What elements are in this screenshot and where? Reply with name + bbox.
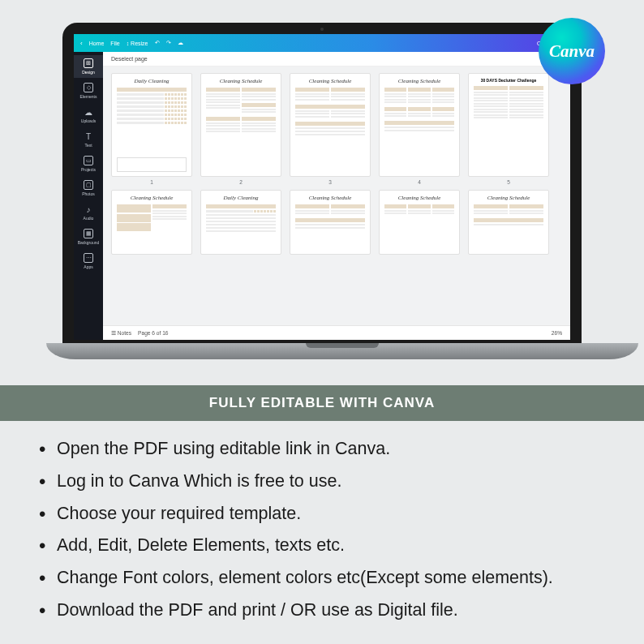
page-thumbnail[interactable]: Cleaning Schedule [290, 190, 371, 255]
page-thumbnail[interactable]: Cleaning Schedule 3 [290, 73, 371, 185]
cloud-sync-icon[interactable]: ☁ [178, 40, 183, 46]
laptop-mockup: ‹ Home File ↕ Resize ↶ ↷ ☁ Cleaning s ⊞D… [46, 23, 598, 359]
deselect-page-button[interactable]: Deselect page [111, 56, 148, 62]
instruction-item: Open the PDF using editable link in Canv… [36, 433, 620, 466]
resize-menu[interactable]: ↕ Resize [127, 41, 148, 46]
tool-sidebar: ⊞Design ◇Elements ☁Uploads TText ▭Projec… [74, 52, 103, 340]
undo-icon[interactable]: ↶ [155, 40, 160, 46]
sidebar-item-audio[interactable]: ♪Audio [74, 201, 103, 224]
laptop-base [46, 343, 638, 359]
instruction-item: Download the PDF and print / OR use as D… [36, 595, 620, 627]
status-bar: ☰ Notes Page 6 of 16 26% [103, 325, 570, 340]
instruction-item: Log in to Canva Which is free to use. [36, 466, 620, 498]
sidebar-item-elements[interactable]: ◇Elements [74, 79, 103, 102]
redo-icon[interactable]: ↷ [166, 40, 171, 46]
back-icon[interactable]: ‹ [80, 40, 83, 47]
page-thumbnail[interactable]: Cleaning Schedule [379, 190, 460, 255]
page-thumbnail[interactable]: Cleaning Schedule [200, 73, 281, 185]
sidebar-item-photos[interactable]: ▢Photos [74, 177, 103, 200]
info-banner: FULLY EDITABLE WITH CANVA [0, 385, 644, 421]
camera-notch [320, 28, 324, 31]
page-thumbnail[interactable]: Daily Cleaning [111, 73, 192, 185]
app-topbar: ‹ Home File ↕ Resize ↶ ↷ ☁ Cleaning s [74, 34, 570, 52]
instructions-list: Open the PDF using editable link in Canv… [36, 433, 620, 627]
page-thumbnail[interactable]: 30 DAYS Declutter Challenge 5 [468, 73, 549, 185]
home-link[interactable]: Home [89, 41, 105, 46]
page-thumbnail[interactable]: Cleaning Schedule [468, 190, 549, 255]
canvas-toolbar: Deselect page [103, 52, 570, 67]
page-thumbnail[interactable]: Cleaning Schedule 4 [379, 73, 460, 185]
canva-app: ‹ Home File ↕ Resize ↶ ↷ ☁ Cleaning s ⊞D… [74, 34, 570, 340]
sidebar-item-uploads[interactable]: ☁Uploads [74, 104, 103, 127]
page-thumbnail[interactable]: Daily Cleaning [200, 190, 281, 255]
sidebar-item-apps[interactable]: ⋯Apps [74, 250, 103, 273]
instruction-item: Change Font colors, element colors etc(E… [36, 562, 620, 595]
laptop-screen: ‹ Home File ↕ Resize ↶ ↷ ☁ Cleaning s ⊞D… [62, 23, 582, 343]
page-thumbnail[interactable]: Cleaning Schedule [111, 190, 192, 255]
sidebar-item-projects[interactable]: ▭Projects [74, 152, 103, 175]
file-menu[interactable]: File [110, 41, 119, 46]
sidebar-item-text[interactable]: TText [74, 128, 103, 151]
instruction-item: Add, Edit, Delete Elements, texts etc. [36, 530, 620, 562]
sidebar-item-design[interactable]: ⊞Design [74, 55, 103, 78]
sidebar-item-background[interactable]: ▦Background [74, 225, 103, 248]
page-indicator[interactable]: Page 6 of 16 [138, 330, 168, 336]
pages-grid-view[interactable]: Daily Cleaning [103, 67, 570, 325]
canva-logo-badge: Canva [539, 18, 605, 84]
instruction-item: Choose your required template. [36, 498, 620, 530]
zoom-level[interactable]: 26% [552, 330, 562, 336]
canvas-area: Deselect page Daily Cleaning [103, 52, 570, 340]
notes-toggle[interactable]: ☰ Notes [111, 330, 131, 337]
